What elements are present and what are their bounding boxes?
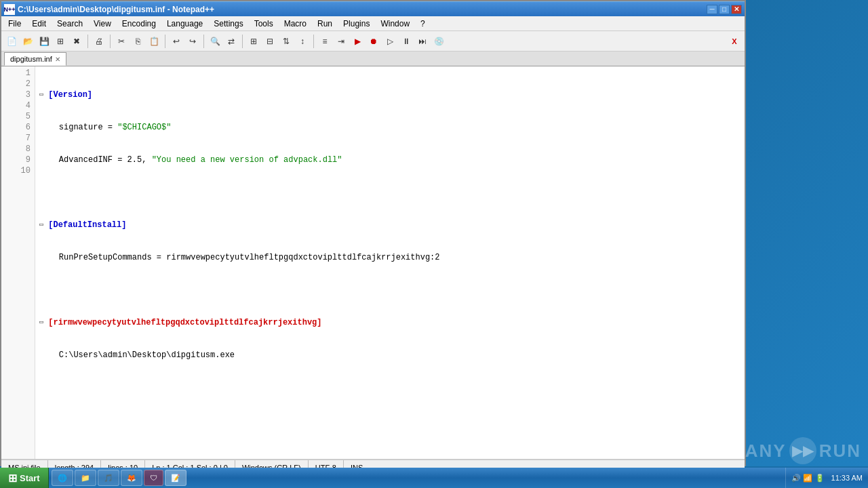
indent-button[interactable]: ⇥	[334, 34, 349, 49]
editor-content[interactable]: ▭ [Version] signature = "$CHICAGO$" Adva…	[35, 66, 745, 459]
taskbar-files[interactable]: 📁	[75, 470, 96, 486]
editor-line-5: ▭ [DefaultInstall]	[39, 220, 741, 230]
tab-label: dipgitusm.inf	[10, 55, 52, 63]
minimize-button[interactable]: ─	[707, 5, 717, 14]
toolbar-sep6	[313, 35, 314, 48]
copy-button[interactable]: ⎘	[130, 34, 145, 49]
collapse-icon-8[interactable]: ▭	[39, 317, 43, 328]
find-button[interactable]: 🔍	[208, 34, 222, 49]
editor-line-7	[39, 285, 741, 296]
windows-icon: ⊞	[8, 472, 17, 485]
editor-container: 1 2 3 4 5 6 7 8 9 10 ▭ [Version] signatu…	[1, 66, 745, 460]
taskbar-time: 11:33 AM	[831, 474, 863, 482]
tab-close-icon[interactable]: ✕	[55, 56, 60, 63]
titlebar: N++ C:\Users\admin\Desktop\dipgitusm.inf…	[1, 1, 745, 16]
print-button[interactable]: 🖨	[92, 34, 106, 49]
menu-macro[interactable]: Macro	[279, 16, 312, 30]
toolbar: 📄 📂 💾 ⊞ ✖ 🖨 ✂ ⎘ 📋 ↩ ↪ 🔍 ⇄ ⊞ ⊟ ⇅ ↕ ≡ ⇥ ▶ …	[1, 31, 745, 52]
tab-dipgitusm[interactable]: dipgitusm.inf ✕	[4, 52, 66, 66]
editor-line-1: ▭ [Version]	[39, 89, 741, 100]
desktop-background	[746, 0, 868, 466]
replace-button[interactable]: ⇄	[224, 34, 239, 49]
line-num-3: 3	[1, 89, 31, 100]
menu-view[interactable]: View	[88, 16, 117, 30]
menu-window[interactable]: Window	[375, 16, 415, 30]
taskbar: ⊞ Start 🌐 📁 🎵 🦊 🛡 📝 🔊 📶 🔋 11:33 AM	[0, 468, 868, 488]
line-num-6: 6	[1, 122, 31, 133]
macro-rec-button[interactable]: ⏺	[366, 34, 381, 49]
code-section-defaultinstall: [DefaultInstall]	[48, 220, 126, 230]
paste-button[interactable]: 📋	[146, 34, 161, 49]
new-button[interactable]: 📄	[4, 34, 19, 49]
taskbar-firefox[interactable]: 🦊	[121, 470, 142, 486]
line-num-8: 8	[1, 144, 31, 155]
wordwrap-button[interactable]: ≡	[317, 34, 332, 49]
line-num-2: 2	[1, 79, 31, 89]
code-section-version: [Version]	[48, 89, 92, 100]
start-label: Start	[20, 473, 40, 483]
menu-run[interactable]: Run	[312, 16, 338, 30]
editor-line-2: signature = "$CHICAGO$"	[39, 122, 741, 133]
line-num-5: 5	[1, 111, 31, 122]
toolbar-sep4	[203, 35, 204, 48]
collapse-icon-1[interactable]: ▭	[39, 89, 43, 100]
collapse-icon-5[interactable]: ▭	[39, 220, 43, 230]
run-button[interactable]: ▶	[350, 34, 365, 49]
menu-edit[interactable]: Edit	[26, 16, 52, 30]
redo-button[interactable]: ↪	[185, 34, 200, 49]
macro-next-button[interactable]: ⏭	[415, 34, 430, 49]
code-section-custom: [rirmwvewpecytyutvlhefltpgqdxctoviplttdl…	[48, 317, 321, 328]
menu-encoding[interactable]: Encoding	[117, 16, 161, 30]
menu-search[interactable]: Search	[52, 16, 88, 30]
window-controls: ─ □ ✕	[707, 5, 742, 14]
line-numbers: 1 2 3 4 5 6 7 8 9 10	[1, 66, 35, 459]
sync-scroll-button[interactable]: ⇅	[279, 34, 294, 49]
line-num-1: 1	[1, 68, 31, 79]
notepad-window: N++ C:\Users\admin\Desktop\dipgitusm.inf…	[0, 0, 746, 466]
macro-save-button[interactable]: 💿	[431, 34, 446, 49]
menu-tools[interactable]: Tools	[249, 16, 279, 30]
line-num-10: 10	[1, 165, 31, 176]
toolbar-sep5	[242, 35, 243, 48]
macro-play-button[interactable]: ▷	[382, 34, 397, 49]
line-num-9: 9	[1, 155, 31, 165]
taskbar-apps: 🌐 📁 🎵 🦊 🛡 📝	[49, 470, 786, 486]
tabbar: dipgitusm.inf ✕	[1, 52, 745, 66]
toolbar-close-x[interactable]: X	[727, 34, 742, 49]
window-title: C:\Users\admin\Desktop\dipgitusm.inf - N…	[18, 5, 707, 14]
cut-button[interactable]: ✂	[114, 34, 129, 49]
taskbar-media[interactable]: 🎵	[98, 470, 119, 486]
zoom-out-button[interactable]: ⊟	[262, 34, 277, 49]
save-button[interactable]: 💾	[37, 34, 52, 49]
zoom-in-button[interactable]: ⊞	[246, 34, 261, 49]
menubar: File Edit Search View Encoding Language …	[1, 16, 745, 31]
start-button[interactable]: ⊞ Start	[0, 468, 49, 488]
line-num-4: 4	[1, 100, 31, 111]
menu-plugins[interactable]: Plugins	[338, 16, 375, 30]
macro-stop-button[interactable]: ⏸	[399, 34, 414, 49]
close-button[interactable]: ✖	[69, 34, 84, 49]
menu-help[interactable]: ?	[415, 16, 431, 30]
taskbar-anon[interactable]: 🛡	[144, 470, 163, 486]
editor-line-4	[39, 187, 741, 198]
menu-language[interactable]: Language	[161, 16, 208, 30]
menu-settings[interactable]: Settings	[208, 16, 248, 30]
saveall-button[interactable]: ⊞	[53, 34, 68, 49]
sync-button[interactable]: ↕	[295, 34, 310, 49]
toolbar-sep3	[165, 35, 165, 48]
taskbar-icons: 🔊 📶 🔋	[791, 474, 824, 483]
line-num-7: 7	[1, 133, 31, 144]
close-button[interactable]: ✕	[731, 5, 742, 14]
open-button[interactable]: 📂	[20, 34, 35, 49]
editor-line-6: RunPreSetupCommands = rirmwvewpecytyutvl…	[39, 252, 741, 263]
undo-button[interactable]: ↩	[169, 34, 184, 49]
restore-button[interactable]: □	[719, 5, 730, 14]
taskbar-ie[interactable]: 🌐	[52, 470, 73, 486]
toolbar-sep1	[87, 35, 88, 48]
taskbar-notepad[interactable]: 📝	[165, 470, 186, 486]
app-icon: N++	[4, 4, 15, 15]
editor-line-3: AdvancedINF = 2.5, "You need a new versi…	[39, 155, 741, 165]
editor-line-9: C:\Users\admin\Desktop\dipgitusm.exe	[39, 350, 741, 361]
editor-line-8: ▭ [rirmwvewpecytyutvlhefltpgqdxctovipltt…	[39, 317, 741, 328]
menu-file[interactable]: File	[3, 16, 26, 30]
